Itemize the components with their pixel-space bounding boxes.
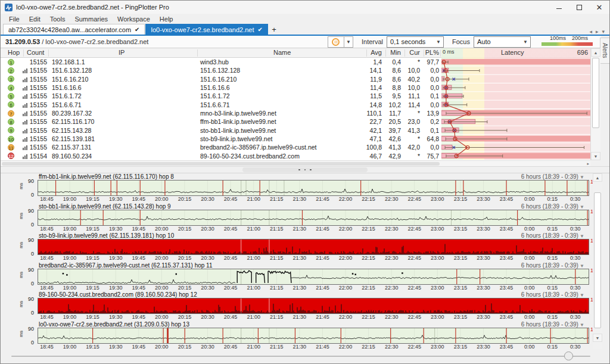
timeline-slider-thumb[interactable] [564,351,573,360]
timeline-slider-track[interactable] [11,356,590,357]
count-cell: 15155 [27,76,47,83]
time-tick-label: 0:15 [543,314,562,320]
hop-number-badge: 12 [8,153,14,159]
pl-cell: 97,7 [416,58,439,66]
time-tick-label: 19:00 [60,314,79,320]
tab-scroll-right-icon[interactable]: ▸ [596,29,599,35]
timeline-graph-hop-11[interactable]: bredband2-ic-385967.ip.twelve99-cust.net… [1,262,593,292]
minimize-button[interactable] [549,1,569,14]
menu-item-tools[interactable]: Tools [45,15,70,23]
graph-plot-area[interactable] [38,298,589,314]
time-tick-label: 23:15 [451,196,470,202]
check-icon: ✔ [258,26,263,33]
pl-cell: 0,0 [416,84,439,91]
menu-item-help[interactable]: Help [155,15,178,23]
timeline-graph-hop-8[interactable]: ffm-bb1-link.ip.twelve99.net (62.115.116… [1,173,593,203]
pause-dropdown-button[interactable]: ▼ [344,36,353,48]
time-tick-label: 19:45 [129,314,148,320]
target-tab-2[interactable]: lo0-vxo-owe7-cr2.se.bredband2.net✔ [145,24,267,35]
time-tick-label: 0:00 [520,255,539,261]
time-tick-label: 23:00 [428,344,447,350]
target-ip: 31.209.0.53 [5,38,40,45]
graph-plot-area[interactable] [38,239,589,255]
scroll-down-icon[interactable]: ▼ [591,152,600,160]
new-tab-button[interactable]: + [269,24,279,35]
table-horizontal-scrollbar[interactable]: ▸ [1,160,590,166]
pl-cell: 0,0 [416,76,439,83]
ip-cell: 192.168.1.1 [52,58,85,66]
chevron-down-icon: ▼ [578,322,584,328]
time-tick-label: 20:15 [175,285,194,291]
ip-cell: 62.115.139.181 [52,135,95,142]
timeline-graph-hop-12[interactable]: 89-160-50-234.cust.bredband2.com (89.160… [1,291,593,321]
ip-cell: 151.6.6.71 [52,101,82,108]
target-tab-1[interactable]: ab72c33024c428ea0.aw...accelerator.com✔ [3,24,145,35]
table-vertical-scrollbar[interactable]: ▲ ▼ [590,48,600,160]
time-tick-label: 20:45 [221,314,240,320]
tab-list-icon[interactable]: ▾ [602,29,605,35]
latency-scale-legend: 100ms 200ms [541,36,593,48]
graph-range-selector[interactable]: 6 hours (18:39 - 0:39) ▼ [521,262,584,269]
graph-range-label: 6 hours (18:39 - 0:39) [521,203,578,210]
col-header-ip[interactable]: IP [119,49,125,56]
ip-cell: 80.239.167.32 [52,110,92,117]
graph-title: sto-bb1-link.ip.twelve99.net (62.115.143… [39,203,171,210]
graph-range-selector[interactable]: 6 hours (18:39 - 0:39) ▼ [521,291,584,298]
time-tick-label: 22:15 [359,255,378,261]
col-header-hop[interactable]: Hop [8,49,20,56]
timeline-graph-hop-10[interactable]: sto-b9-link.ip.twelve99.net (62.115.139.… [1,232,593,262]
col-header-pl[interactable]: PL% [416,49,439,56]
target-separator: / [40,38,45,45]
y-axis-max-label: 90 [23,296,34,302]
time-tick-label: 22:45 [405,196,424,202]
graphs-vertical-scrollbar[interactable]: ▲ ▼ [593,173,602,349]
restore-button[interactable] [569,1,589,14]
time-tick-label: 19:30 [106,314,125,320]
scroll-up-icon[interactable]: ▲ [593,173,602,182]
scroll-down-icon[interactable]: ▼ [593,334,602,342]
count-cell: 15155 [27,92,47,99]
name-cell: mno-b3-link.ip.twelve99.net [200,110,276,117]
splitter-grip-icon[interactable] [242,167,368,172]
pause-button[interactable] [328,36,344,48]
count-cell: 15155 [27,135,47,142]
graph-range-selector[interactable]: 6 hours (18:39 - 0:39) ▼ [521,203,584,210]
menu-item-edit[interactable]: Edit [24,15,45,23]
pl-cell: 0,2 [416,118,439,125]
graph-plot-area[interactable] [38,328,589,344]
check-icon: ✔ [135,26,139,33]
panel-splitter[interactable] [1,166,609,173]
graph-plot-area[interactable] [38,180,589,196]
col-header-name[interactable]: Name [273,49,291,56]
interval-select[interactable]: 0,1 seconds ▼ [387,36,444,48]
hscroll-thumb[interactable] [2,162,440,166]
graph-plot-area[interactable] [38,269,589,285]
latency-header: 0 ms Latency 696 [441,48,590,58]
alerts-side-tab[interactable]: Alerts [600,38,609,64]
time-tick-label: 20:15 [175,196,194,202]
time-tick-label: 19:15 [83,314,102,320]
focus-select[interactable]: Auto ▼ [474,36,531,48]
timeline-graph-hop-13[interactable]: lo0-vxo-owe7-cr2.se.bredband2.net (31.20… [1,321,593,351]
scale-200ms-label: 200ms [572,35,588,41]
scroll-up-icon[interactable]: ▲ [591,48,600,57]
col-header-count[interactable]: Count [27,49,44,56]
graph-plot-area[interactable] [38,210,589,226]
chevron-down-icon: ▼ [523,39,528,45]
menu-item-workspace[interactable]: Workspace [113,15,155,23]
graph-range-selector[interactable]: 6 hours (18:39 - 0:39) ▼ [521,321,584,328]
menu-item-summaries[interactable]: Summaries [70,15,113,23]
graph-title: bredband2-ic-385967.ip.twelve99-cust.net… [39,262,213,269]
y-axis-unit-label: ms [18,272,24,278]
ip-cell: 151.6.1.72 [52,92,82,99]
graph-range-selector[interactable]: 6 hours (18:39 - 0:39) ▼ [521,232,584,239]
y-axis-min-label: 0 [27,340,34,346]
count-cell: 15155 [27,101,47,108]
graph-range-selector[interactable]: 6 hours (18:39 - 0:39) ▼ [521,173,584,180]
graph-title: ffm-bb1-link.ip.twelve99.net (62.115.116… [39,173,174,180]
timeline-graph-hop-9[interactable]: sto-bb1-link.ip.twelve99.net (62.115.143… [1,203,593,233]
menu-item-file[interactable]: File [4,15,24,23]
time-tick-label: 0:00 [520,344,539,350]
close-button[interactable]: ✕ [589,1,609,14]
tab-scroll-left-icon[interactable]: ◂ [589,29,592,35]
